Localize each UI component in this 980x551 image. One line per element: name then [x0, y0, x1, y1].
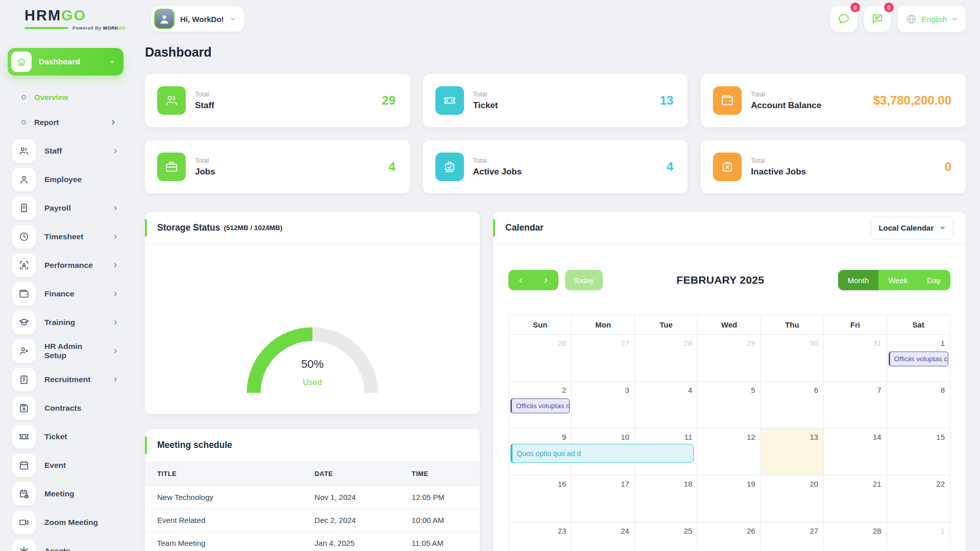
chevron-down-icon	[951, 16, 958, 22]
column-date: DATE	[302, 462, 399, 486]
calendar-day-cell[interactable]: 29	[698, 334, 761, 381]
chevron-right-icon	[112, 234, 118, 240]
calendar-view-day-button[interactable]: Day	[917, 270, 950, 290]
calendar-day-cell[interactable]: 30	[761, 334, 824, 381]
sidebar-item-label: Payroll	[44, 204, 104, 213]
user-menu[interactable]: Hi, WorkDo!	[151, 6, 244, 32]
calendar-day-cell[interactable]: 1Officiis voluptas c	[887, 334, 950, 381]
stat-label: Jobs	[195, 167, 215, 177]
sidebar-item-hr-admin-setup[interactable]: HR Admin Setup	[8, 337, 132, 365]
calendar-event[interactable]: Quos optio quo ad d	[510, 444, 694, 463]
calendar-next-button[interactable]	[533, 270, 558, 290]
calendar-day-cell[interactable]: 1	[887, 522, 950, 551]
stat-prefix: Total	[751, 90, 821, 98]
sidebar-item-event[interactable]: Event	[8, 451, 132, 480]
day-number: 3	[625, 386, 629, 394]
calendar-day-cell[interactable]: 22	[887, 475, 950, 522]
sidebar-item-payroll[interactable]: Payroll	[8, 194, 132, 222]
sidebar-item-contracts[interactable]: Contracts	[8, 394, 132, 422]
language-selector[interactable]: English	[898, 6, 966, 32]
calendar-day-cell[interactable]: 31	[824, 334, 887, 381]
calendar-day-header: Tue	[635, 315, 698, 334]
calendar-day-cell-today[interactable]: 13	[761, 428, 824, 475]
calendar-day-cell[interactable]: 5	[698, 381, 761, 428]
calendar-day-cell[interactable]: 6	[761, 381, 824, 428]
calendar-day-cell[interactable]: 27	[761, 522, 824, 551]
sidebar-item-performance[interactable]: Performance	[8, 251, 132, 280]
chevron-down-icon	[230, 16, 236, 22]
calendar-day-cell[interactable]: 26	[698, 522, 761, 551]
sidebar-item-overview[interactable]: Overview	[8, 85, 132, 110]
notifications-button[interactable]: 0	[864, 6, 891, 32]
briefcase-x-icon	[713, 153, 742, 181]
day-number: 26	[747, 527, 755, 535]
sidebar-item-meeting[interactable]: Meeting	[8, 480, 132, 508]
calendar-day-cell[interactable]: 2Officiis voluptas c	[509, 381, 572, 428]
calendar-day-cell[interactable]: 25	[635, 522, 698, 551]
calendar-event[interactable]: Officiis voluptas c	[510, 398, 570, 413]
calendar-day-cell[interactable]: 19	[698, 475, 761, 522]
calendar-event[interactable]: Officiis voluptas c	[889, 352, 948, 366]
calendar-today-button[interactable]: Today	[565, 270, 603, 290]
calendar-day-cell[interactable]: 9Quos optio quo ad d	[509, 428, 572, 475]
stat-label: Account Balance	[751, 101, 821, 111]
day-number: 23	[558, 527, 567, 535]
calendar-day-cell[interactable]: 7	[824, 381, 887, 428]
sidebar-item-recruitment[interactable]: Recruitment	[8, 365, 132, 394]
sidebar-item-timesheet[interactable]: Timesheet	[8, 222, 132, 251]
sidebar-item-label: Training	[44, 318, 104, 327]
calendar-day-cell[interactable]: 27	[572, 334, 634, 381]
messages-badge: 0	[850, 3, 860, 12]
calendar-source-select[interactable]: Local Calendar	[871, 217, 953, 239]
calendar-view-month-button[interactable]: Month	[838, 270, 879, 290]
messages-button[interactable]: 0	[830, 6, 857, 32]
sidebar-item-training[interactable]: Training	[8, 308, 132, 337]
calendar-day-cell[interactable]: 20	[761, 475, 824, 522]
wallet-icon	[12, 282, 36, 306]
sidebar-item-ticket[interactable]: Ticket	[8, 422, 132, 451]
calendar-day-cell[interactable]: 15	[887, 428, 950, 475]
chevron-down-icon	[939, 224, 946, 231]
calendar-day-cell[interactable]: 28	[635, 334, 698, 381]
calendar-day-cell[interactable]: 16	[509, 475, 572, 522]
calendar-day-cell[interactable]: 17	[572, 475, 634, 522]
sidebar-item-label: Contracts	[44, 404, 132, 413]
user-icon	[12, 168, 36, 191]
calendar-day-cell[interactable]: 3	[572, 381, 634, 428]
storage-status-card: Storage Status (512MB / 1024MB) 50% Used	[145, 212, 480, 414]
home-icon	[11, 52, 32, 72]
calendar-view-week-button[interactable]: Week	[878, 270, 917, 290]
target-icon	[12, 254, 36, 277]
calendar-day-cell[interactable]: 28	[824, 522, 887, 551]
sidebar-item-finance[interactable]: Finance	[8, 280, 132, 308]
sidebar-item-label: Event	[44, 461, 132, 470]
calendar-day-cell[interactable]: 12	[698, 428, 761, 475]
calendar-prev-button[interactable]	[508, 270, 533, 290]
stat-label: Staff	[195, 101, 214, 111]
calendar-day-cell[interactable]: 8	[887, 381, 950, 428]
sidebar-item-employee[interactable]: Employee	[8, 165, 132, 194]
sidebar-item-report[interactable]: Report	[8, 110, 132, 135]
day-number: 31	[873, 339, 881, 347]
day-number: 15	[936, 433, 945, 441]
day-number: 2	[562, 386, 566, 394]
meeting-date: Jan 4, 2025	[302, 532, 399, 551]
circle-icon	[21, 95, 26, 99]
calendar-day-cell[interactable]: 26	[509, 334, 572, 381]
sidebar-item-zoom-meeting[interactable]: Zoom Meeting	[8, 508, 132, 537]
card-title: Meeting schedule	[157, 440, 232, 450]
calendar-grid: SunMonTueWedThuFriSat 2627282930311Offic…	[508, 315, 950, 551]
day-number: 12	[747, 433, 755, 441]
calendar-day-cell[interactable]: 23	[509, 522, 572, 551]
stat-prefix: Total	[195, 90, 214, 98]
calendar-day-cell[interactable]: 21	[824, 475, 887, 522]
calendar-day-cell[interactable]: 4	[635, 381, 698, 428]
calendar-day-cell[interactable]: 18	[635, 475, 698, 522]
calendar-day-cell[interactable]: 14	[824, 428, 887, 475]
sidebar-item-staff[interactable]: Staff	[8, 137, 132, 165]
sidebar-nav: StaffEmployeePayrollTimesheetPerformance…	[8, 137, 132, 551]
calendar-day-cell[interactable]: 24	[572, 522, 634, 551]
day-number: 1	[941, 527, 945, 535]
sidebar-item-dashboard[interactable]: Dashboard	[8, 48, 124, 76]
sidebar-item-assets[interactable]: Assets	[8, 537, 132, 551]
